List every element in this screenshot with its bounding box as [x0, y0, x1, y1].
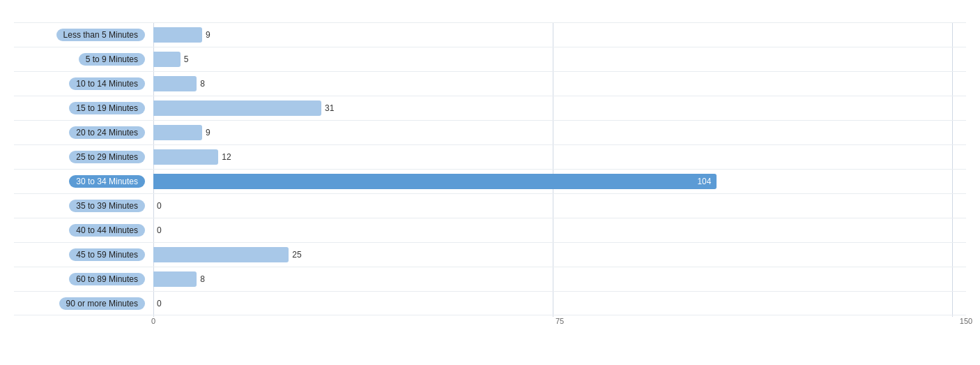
bar — [153, 125, 202, 140]
table-row: 25 to 29 Minutes12 — [14, 144, 966, 169]
bar — [153, 100, 321, 116]
table-row: Less than 5 Minutes9 — [14, 22, 966, 47]
bar-value: 31 — [325, 103, 334, 113]
bar-value: 104 — [697, 177, 711, 186]
bar-label: 30 to 34 Minutes — [14, 175, 153, 188]
x-axis: 075150 — [14, 317, 966, 334]
bar-area: 12 — [153, 145, 966, 169]
label-pill: Less than 5 Minutes — [56, 29, 145, 41]
bar-value: 25 — [292, 250, 301, 260]
bar-area: 0 — [153, 292, 966, 315]
label-pill: 45 to 59 Minutes — [69, 248, 145, 261]
bar — [153, 149, 218, 165]
label-pill: 40 to 44 Minutes — [69, 224, 145, 237]
table-row: 45 to 59 Minutes25 — [14, 242, 966, 267]
bar-label: 15 to 19 Minutes — [14, 102, 153, 114]
bar-label: 45 to 59 Minutes — [14, 248, 153, 261]
bar-area: 25 — [153, 243, 966, 267]
bar-area: 5 — [153, 47, 966, 71]
x-axis-label: 0 — [151, 317, 155, 325]
bar-value: 8 — [200, 79, 205, 89]
table-row: 40 to 44 Minutes0 — [14, 218, 966, 242]
chart-container: Less than 5 Minutes95 to 9 Minutes510 to… — [0, 7, 980, 355]
bar-label: 35 to 39 Minutes — [14, 200, 153, 212]
bar-label: 40 to 44 Minutes — [14, 224, 153, 237]
label-pill: 5 to 9 Minutes — [79, 53, 145, 66]
bar-area: 31 — [153, 96, 966, 120]
bar-value: 5 — [184, 54, 189, 64]
table-row: 5 to 9 Minutes5 — [14, 47, 966, 71]
bar-value: 8 — [200, 274, 205, 284]
table-row: 15 to 19 Minutes31 — [14, 96, 966, 120]
bar-value: 0 — [157, 201, 162, 211]
bar-area: 8 — [153, 267, 966, 291]
x-axis-label: 75 — [556, 317, 564, 325]
bar — [153, 76, 197, 91]
label-pill: 20 to 24 Minutes — [69, 126, 145, 139]
table-row: 35 to 39 Minutes0 — [14, 193, 966, 218]
bar-label: 10 to 14 Minutes — [14, 77, 153, 90]
x-axis-labels: 075150 — [153, 317, 966, 331]
bar — [153, 247, 289, 262]
bar-area: 9 — [153, 121, 966, 144]
bar-value: 0 — [157, 299, 162, 308]
bar — [153, 27, 202, 43]
label-pill: 30 to 34 Minutes — [69, 175, 145, 188]
label-pill: 25 to 29 Minutes — [69, 151, 145, 163]
label-pill: 10 to 14 Minutes — [69, 77, 145, 90]
table-row: 30 to 34 Minutes104 — [14, 169, 966, 193]
bar-value: 9 — [206, 30, 210, 40]
bar-label: Less than 5 Minutes — [14, 29, 153, 41]
label-pill: 90 or more Minutes — [59, 297, 145, 310]
x-axis-label: 150 — [960, 317, 972, 325]
bar-area: 0 — [153, 218, 966, 242]
bar-value: 0 — [157, 225, 162, 235]
table-row: 10 to 14 Minutes8 — [14, 71, 966, 96]
bar-area: 9 — [153, 23, 966, 47]
bar-value: 9 — [206, 128, 210, 137]
bar-label: 5 to 9 Minutes — [14, 53, 153, 66]
bar-label: 90 or more Minutes — [14, 297, 153, 310]
table-row: 20 to 24 Minutes9 — [14, 120, 966, 144]
bar-label: 25 to 29 Minutes — [14, 151, 153, 163]
label-pill: 60 to 89 Minutes — [69, 273, 145, 285]
label-pill: 35 to 39 Minutes — [69, 200, 145, 212]
bar — [153, 271, 197, 287]
bar-label: 60 to 89 Minutes — [14, 273, 153, 285]
bar-area: 8 — [153, 72, 966, 96]
bar-area: 104 — [153, 170, 966, 193]
rows-wrapper: Less than 5 Minutes95 to 9 Minutes510 to… — [14, 22, 966, 315]
bar: 104 — [153, 174, 717, 189]
bar-value: 12 — [222, 152, 231, 162]
table-row: 60 to 89 Minutes8 — [14, 267, 966, 291]
bar-label: 20 to 24 Minutes — [14, 126, 153, 139]
bar — [153, 52, 181, 67]
chart-body: Less than 5 Minutes95 to 9 Minutes510 to… — [14, 22, 966, 334]
table-row: 90 or more Minutes0 — [14, 291, 966, 315]
label-pill: 15 to 19 Minutes — [69, 102, 145, 114]
bar-area: 0 — [153, 194, 966, 218]
